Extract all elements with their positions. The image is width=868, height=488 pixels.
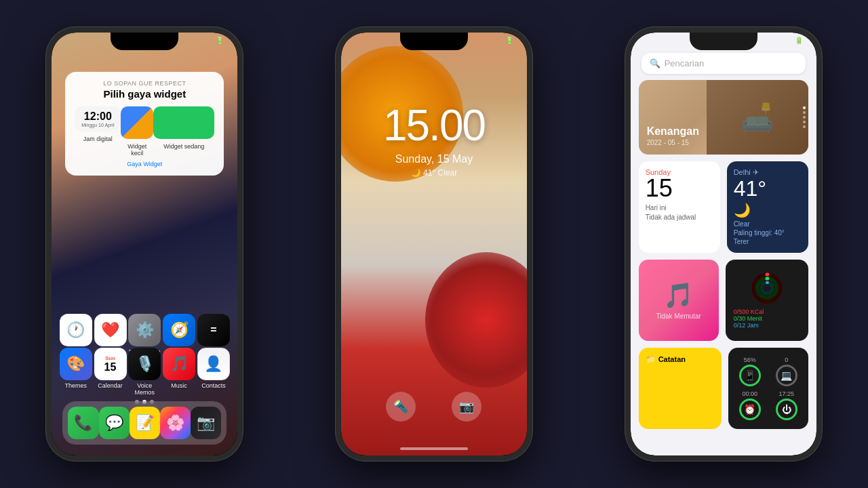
util-power-icon: ⏻ (776, 399, 797, 420)
lockscreen-time-area: 15.00 Sunday, 15 May 🌙 41° Clear (341, 100, 527, 178)
svg-point-4 (762, 283, 772, 293)
notes-header: 📁 Catatan (646, 354, 715, 364)
widget-medium-label: Widget sedang (163, 143, 204, 150)
cal-info: Hari ini Tidak ada jadwal (646, 203, 713, 222)
dock: 📞 💬 📝 🌸 📷 (62, 401, 226, 445)
memories-widget[interactable]: 🛋️ Kenangan 2022 - 05 - 15 (639, 80, 808, 155)
activity-widget[interactable]: 0/500 KCal 0/30 Menit 0/12 Jam (726, 260, 808, 341)
app-icon-voicememos[interactable]: 🎙️ Voice Memos (127, 348, 162, 396)
dock-notes[interactable]: 📝 (130, 407, 160, 439)
widget-small-preview (121, 106, 153, 139)
notch-2 (400, 33, 468, 50)
voicememos-label: Voice Memos (127, 382, 162, 396)
util-alarm: 00:00 ⏰ (734, 390, 766, 420)
lockscreen-clock: 15.00 (341, 100, 527, 150)
search-bar[interactable]: 🔍 Pencarian (642, 53, 806, 74)
dock-messages[interactable]: 💬 (99, 407, 130, 439)
widget-option-medium[interactable]: Widget sedang (153, 106, 214, 150)
dot-ind-1 (803, 106, 806, 109)
widget-option-small[interactable]: Widget kecil (121, 106, 153, 157)
util-power: 17:25 ⏻ (770, 390, 803, 420)
activity-min: 0/30 Menit (734, 315, 800, 322)
rings-container (751, 272, 783, 304)
clock-date: Minggu 10 April (80, 123, 115, 127)
dock-photos[interactable]: 🌸 (160, 407, 191, 439)
notes-utility-row: 📁 Catatan 56% 📱 0 💻 (639, 348, 808, 429)
cal-hari-ini: Hari ini (646, 203, 713, 213)
util-device-icon: 💻 (776, 365, 797, 386)
utility-grid: 56% 📱 0 💻 00:00 ⏰ 17:25 (734, 357, 803, 420)
calendar-widget[interactable]: Sunday 15 Hari ini Tidak ada jadwal (639, 161, 720, 253)
notes-widget[interactable]: 📁 Catatan (639, 348, 722, 429)
activity-rings (734, 272, 800, 304)
cal-day-num: 15 (646, 176, 713, 201)
activity-jam: 0/12 Jam (734, 322, 800, 329)
calculator-icon: = (197, 314, 230, 346)
widget-picker-title: Pilih gaya widget (75, 88, 214, 100)
calendar-label: Calendar (98, 382, 123, 389)
app-icon-themes[interactable]: 🎨 Themes (58, 348, 93, 396)
dot-ind-5 (803, 125, 806, 128)
clock-icon: 🕐 (60, 314, 92, 346)
music-widget[interactable]: 🎵 Tidak Memutar (639, 260, 719, 341)
calendar-icon: Sun 15 (94, 348, 127, 380)
widget-picker-subtitle: LO SOPAN GUE RESPECT (75, 80, 214, 87)
dot-indicators (803, 106, 806, 128)
camera-button[interactable]: 📷 (452, 392, 481, 422)
lockscreen-date: Sunday, 15 May (341, 153, 527, 165)
widget-gaya[interactable]: Gaya Widget (75, 161, 214, 167)
safari-icon: 🧭 (163, 314, 195, 346)
memories-title: Kenangan (647, 125, 699, 138)
home-indicator (400, 447, 468, 450)
phone-2: ▩ LTE ▮ 🔋 15.00 Sunday, 15 May 🌙 41° Cle… (336, 27, 532, 461)
dock-camera[interactable]: 📷 (191, 407, 221, 439)
settings-icon: ⚙️ (128, 314, 161, 346)
widget-option-clock[interactable]: 12:00 Minggu 10 April Jam digital (75, 106, 121, 142)
notes-folder-icon: 📁 (646, 354, 656, 364)
weather-moon-icon: 🌙 (734, 202, 802, 218)
memories-photo: 🛋️ (707, 80, 808, 155)
util-battery-icon: 📱 (739, 365, 761, 386)
music-icon: 🎵 (163, 348, 195, 380)
weather-text: 41° Clear (423, 168, 457, 178)
widget-clock-label: Jam digital (83, 136, 113, 142)
app-icon-contacts[interactable]: 👤 Contacts (197, 348, 231, 396)
health-icon: ❤️ (94, 314, 127, 346)
flashlight-button[interactable]: 🔦 (386, 392, 416, 422)
widgets-list: 🛋️ Kenangan 2022 - 05 - 15 Sunday (639, 80, 808, 429)
phone-3: ▩ LTE ▮ 🔋 🔍 Pencarian 🛋️ Kenangan 2022 -… (625, 27, 822, 461)
weather-icon: 🌙 (411, 168, 423, 178)
widget-picker: LO SOPAN GUE RESPECT Pilih gaya widget 1… (65, 72, 224, 176)
activity-cal: 0/500 KCal (734, 308, 800, 315)
weather-widget[interactable]: Delhi ✈ 41° 🌙 Clear Paling tinggi: 40° T… (727, 161, 808, 253)
search-placeholder: Pencarian (665, 58, 705, 68)
util-time1: 00:00 (742, 390, 757, 397)
weather-condition: Clear (734, 220, 802, 228)
util-alarm-icon: ⏰ (739, 399, 761, 420)
activity-stats: 0/500 KCal 0/30 Menit 0/12 Jam (734, 308, 800, 329)
dot-ind-2 (803, 111, 806, 114)
lockscreen-bottom: 🔦 📷 (341, 392, 527, 422)
weather-detail: Clear Paling tinggi: 40° Terer (734, 220, 802, 246)
contacts-label: Contacts (201, 382, 226, 389)
widget-clock-preview: 12:00 Minggu 10 April (75, 106, 121, 131)
music-note-icon: 🎵 (663, 281, 694, 310)
contacts-icon: 👤 (197, 348, 230, 380)
widget-medium-preview (153, 106, 214, 139)
util-device: 0 💻 (770, 357, 803, 386)
app-icon-calendar[interactable]: Sun 15 Calendar (93, 348, 127, 396)
widget-options: 12:00 Minggu 10 April Jam digital Widget… (75, 106, 214, 157)
phone-1: ▩ LTE ▮ 🔋 LO SOPAN GUE RESPECT Pilih gay… (46, 27, 243, 461)
search-icon: 🔍 (650, 58, 660, 68)
dock-phone[interactable]: 📞 (68, 407, 98, 439)
themes-icon: 🎨 (60, 348, 92, 380)
util-battery: 56% 📱 (734, 357, 766, 386)
notch (111, 33, 178, 50)
app-icon-music[interactable]: 🎵 Music (162, 348, 197, 396)
voicememos-icon: 🎙️ (128, 348, 161, 380)
dot-ind-3 (803, 116, 806, 119)
notch-3 (690, 33, 757, 50)
utility-widget[interactable]: 56% 📱 0 💻 00:00 ⏰ 17:25 (728, 348, 808, 429)
lockscreen-weather: 🌙 41° Clear (341, 168, 527, 178)
util-battery-pct: 56% (744, 357, 756, 363)
